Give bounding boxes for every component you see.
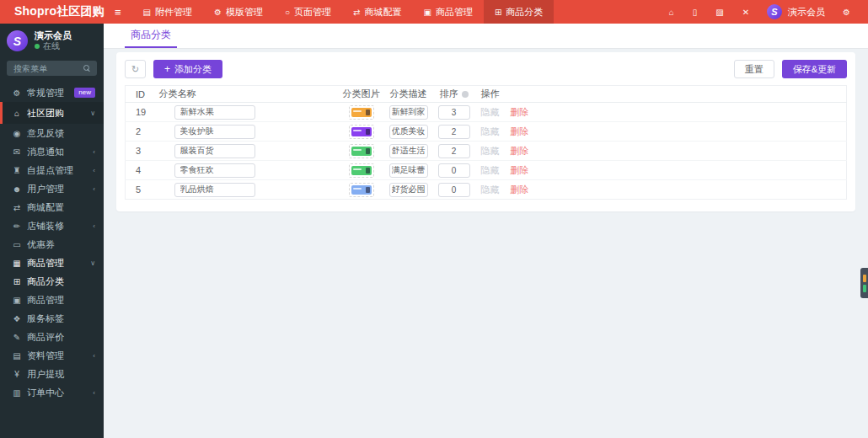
circle-icon: ○ xyxy=(285,8,290,17)
topnav-attachment-management[interactable]: ▤ 附件管理 xyxy=(132,0,203,24)
fullscreen-icon[interactable]: ✕ xyxy=(733,8,758,17)
hide-link[interactable]: 隐藏 xyxy=(481,146,500,156)
cogs-icon: ⚙ xyxy=(11,88,23,98)
chevron-left-icon: ‹ xyxy=(93,167,95,174)
hamburger-icon[interactable]: ≡ xyxy=(104,0,132,24)
toolbar: ↻ + 添加分类 重置 保存&更新 xyxy=(125,60,847,78)
cogs-icon: ⚙ xyxy=(214,8,222,17)
topnav-label: 商城配置 xyxy=(364,6,401,19)
trash-icon[interactable]: ▯ xyxy=(683,8,707,17)
refresh-icon[interactable]: ▨ xyxy=(706,8,732,17)
sidebar-item-service-tags[interactable]: ❖ 服务标签 xyxy=(0,309,104,328)
sidebar-item-general-management[interactable]: ⚙ 常规管理 new xyxy=(0,83,104,102)
sort-input[interactable] xyxy=(438,183,470,197)
delete-link[interactable]: 删除 xyxy=(511,146,529,156)
list-icon: ▥ xyxy=(11,388,23,398)
brush-icon: ✏ xyxy=(11,222,23,231)
table-row: 4 隐藏 删除 xyxy=(126,161,847,180)
menu-search-input[interactable] xyxy=(13,64,83,73)
yen-icon: ¥ xyxy=(11,370,23,379)
category-name-input[interactable] xyxy=(174,183,255,197)
topnav-product-management[interactable]: ▣ 商品管理 xyxy=(412,0,483,24)
online-dot-icon xyxy=(35,44,40,49)
sort-input[interactable] xyxy=(438,163,470,178)
sort-input[interactable] xyxy=(438,105,470,120)
sidebar-item-feedback[interactable]: ◉ 意见反馈 xyxy=(0,124,104,142)
theme-panel-toggle[interactable] xyxy=(860,268,868,298)
row-id: 3 xyxy=(126,142,159,161)
hide-link[interactable]: 隐藏 xyxy=(481,107,500,117)
category-image xyxy=(351,185,372,195)
sort-input[interactable] xyxy=(438,125,470,139)
topnav-mall-config[interactable]: ⇄ 商城配置 xyxy=(342,0,412,24)
save-update-button[interactable]: 保存&更新 xyxy=(782,60,847,78)
table-row: 5 隐藏 删除 xyxy=(126,180,847,200)
category-image-upload[interactable] xyxy=(349,105,374,120)
user-menu[interactable]: S 演示会员 xyxy=(758,4,833,19)
header-category-image: 分类图片 xyxy=(336,86,387,103)
home-icon[interactable]: ⌂ xyxy=(660,8,683,17)
sidebar-item-data-management[interactable]: ▤ 资料管理 ‹ xyxy=(0,346,104,365)
category-desc-input[interactable] xyxy=(389,163,428,178)
hide-link[interactable]: 隐藏 xyxy=(481,184,500,195)
sidebar-user-panel[interactable]: S 演示会员 在线 xyxy=(0,24,104,56)
sidebar-item-product-management[interactable]: ▦ 商品管理 ∨ xyxy=(0,254,104,272)
sidebar-item-order-center[interactable]: ▥ 订单中心 ‹ xyxy=(0,383,104,402)
category-name-input[interactable] xyxy=(174,144,255,158)
category-desc-input[interactable] xyxy=(389,183,428,197)
chevron-left-icon: ‹ xyxy=(93,389,95,397)
tags-icon: ❖ xyxy=(11,314,23,323)
sidebar-item-product-management-sub[interactable]: ▣ 商品管理 xyxy=(0,291,104,309)
category-name-input[interactable] xyxy=(174,125,255,139)
topnav-label: 商品分类 xyxy=(506,6,543,19)
sidebar-item-community-group-buy[interactable]: ⌂ 社区团购 ∨ xyxy=(0,102,104,124)
category-name-input[interactable] xyxy=(174,105,255,120)
plus-icon: + xyxy=(164,63,170,75)
chevron-down-icon: ∨ xyxy=(90,259,95,267)
delete-link[interactable]: 删除 xyxy=(511,165,529,175)
category-image xyxy=(351,147,372,156)
sidebar-item-shop-decoration[interactable]: ✏ 店铺装修 ‹ xyxy=(0,216,104,235)
app-logo: Shopro社区团购 xyxy=(0,0,104,24)
topnav-template-management[interactable]: ⚙ 模版管理 xyxy=(203,0,274,24)
topnav-label: 商品管理 xyxy=(436,6,473,19)
sliders-icon: ⇄ xyxy=(11,203,23,212)
sidebar-item-product-review[interactable]: ✎ 商品评价 xyxy=(0,328,104,346)
tab-product-category[interactable]: 商品分类 xyxy=(125,24,177,48)
add-category-button[interactable]: + 添加分类 xyxy=(153,60,222,78)
sidebar-item-user-management[interactable]: ☻ 用户管理 ‹ xyxy=(0,179,104,198)
menu-search xyxy=(7,61,97,76)
category-desc-input[interactable] xyxy=(389,125,428,139)
delete-link[interactable]: 删除 xyxy=(511,184,529,195)
category-image-upload[interactable] xyxy=(349,144,374,158)
topnav-product-category[interactable]: ⊞ 商品分类 xyxy=(484,0,554,24)
settings-icon[interactable]: ⚙ xyxy=(833,8,860,17)
category-desc-input[interactable] xyxy=(389,144,428,158)
chevron-left-icon: ‹ xyxy=(93,148,95,156)
category-desc-input[interactable] xyxy=(389,105,428,120)
delete-link[interactable]: 删除 xyxy=(511,126,529,136)
sort-input[interactable] xyxy=(438,144,470,158)
category-image-upload[interactable] xyxy=(349,125,374,139)
sort-help-icon[interactable] xyxy=(462,91,469,98)
hide-link[interactable]: 隐藏 xyxy=(481,165,500,175)
category-image-upload[interactable] xyxy=(349,183,374,197)
app-window: Shopro社区团购 ≡ ▤ 附件管理 ⚙ 模版管理 ○ 页面管理 ⇄ 商城配置… xyxy=(0,0,868,438)
category-image-upload[interactable] xyxy=(349,163,374,178)
topnav-page-management[interactable]: ○ 页面管理 xyxy=(274,0,342,24)
topbar-right: ⌂ ▯ ▨ ✕ S 演示会员 ⚙ xyxy=(660,0,868,24)
user-status: 在线 xyxy=(35,41,72,51)
sidebar-item-product-category[interactable]: ⊞ 商品分类 xyxy=(0,272,104,291)
delete-link[interactable]: 删除 xyxy=(511,107,529,117)
sidebar-item-mall-config[interactable]: ⇄ 商城配置 xyxy=(0,198,104,216)
hide-link[interactable]: 隐藏 xyxy=(481,126,500,136)
refresh-icon: ↻ xyxy=(131,64,139,75)
sidebar-item-pickup-point-management[interactable]: ♜ 自提点管理 ‹ xyxy=(0,161,104,179)
sidebar-item-message-notification[interactable]: ✉ 消息通知 ‹ xyxy=(0,142,104,161)
sidebar-item-coupon[interactable]: ▭ 优惠券 xyxy=(0,235,104,254)
reset-button[interactable]: 重置 xyxy=(734,60,774,78)
bag-icon: ▣ xyxy=(11,296,23,305)
sidebar-item-user-withdrawal[interactable]: ¥ 用户提现 xyxy=(0,365,104,383)
refresh-button[interactable]: ↻ xyxy=(125,60,146,78)
category-name-input[interactable] xyxy=(174,163,255,178)
